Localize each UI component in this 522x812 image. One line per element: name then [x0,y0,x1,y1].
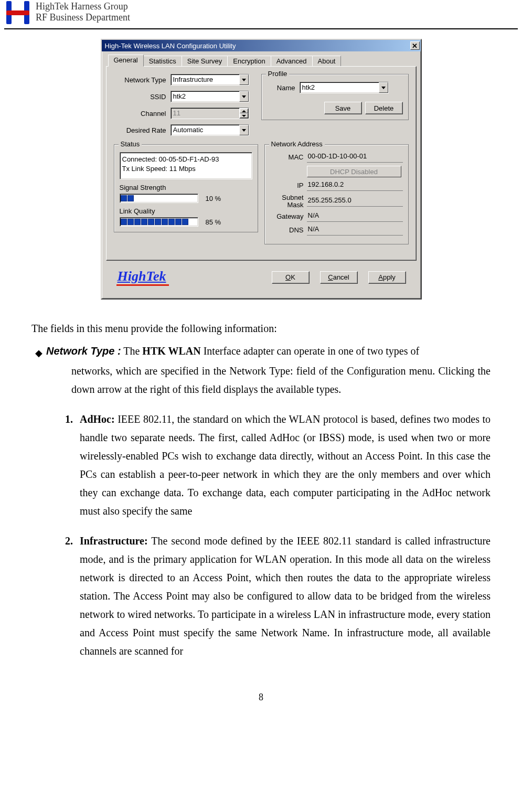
profile-groupbox: Profile Name htk2 Save Delete [261,74,409,120]
spin-buttons [239,108,249,119]
network-type-value: Infrastructure [171,74,239,85]
tab-general[interactable]: General [108,55,144,67]
save-button[interactable]: Save [324,102,362,114]
tab-statistics[interactable]: Statistics [143,56,182,67]
ssid-select[interactable]: htk2 [171,91,249,102]
tab-about[interactable]: About [312,56,342,67]
status-connected: Connected: 00-05-5D-F1-AD-93 [122,155,250,164]
channel-spinner: 11 [171,108,249,119]
network-type-label: Network Type [114,76,166,84]
network-type-select[interactable]: Infrastructure [171,74,249,86]
mac-label: MAC [270,154,304,161]
status-readout: Connected: 00-05-5D-F1-AD-93 Tx Link Spe… [120,152,252,179]
chevron-down-icon[interactable] [379,82,388,93]
dns-label: DNS [270,227,304,234]
link-quality-meter [120,217,198,227]
list-item: 2. Infrastructure: The second mode defin… [65,532,491,660]
tab-advanced[interactable]: Advanced [271,56,313,67]
department-name: RF Business Department [36,12,130,23]
ok-button[interactable]: OK [272,271,310,284]
signal-strength-meter [120,194,198,203]
desired-rate-select[interactable]: Automatic [171,124,249,136]
header-text: HighTek Harness Group RF Business Depart… [36,1,130,23]
dhcp-button: DHCP Disabled [307,166,401,177]
delete-button[interactable]: Delete [365,102,403,114]
status-legend: Status [119,140,142,148]
profile-name-select[interactable]: htk2 [300,82,389,93]
page-header: HighTek Harness Group RF Business Depart… [0,0,522,26]
bullet-network-type: ◆ Network Type : The HTK WLAN Interface … [31,342,491,362]
item-text: IEEE 802.11, the standard on which the W… [80,413,491,517]
network-address-legend: Network Address [269,140,325,148]
channel-label: Channel [114,110,166,117]
item-number: 2. [65,532,80,660]
nt-title: Network Type : [46,345,121,357]
chevron-down-icon[interactable] [239,74,249,85]
page-number: 8 [0,692,522,713]
gateway-value: N/A [307,211,403,222]
profile-name-value: htk2 [300,82,379,93]
close-icon[interactable]: ✕ [410,41,420,50]
item-number: 1. [65,410,80,520]
gateway-label: Gateway [270,213,304,220]
link-quality-label: Link Quality [120,207,252,215]
list-item: 1. AdHoc: IEEE 802.11, the standard on w… [65,410,491,520]
chevron-down-icon[interactable] [239,125,249,135]
status-link-speed: Tx Link Speed: 11 Mbps [122,164,250,174]
apply-button[interactable]: Apply [368,271,406,284]
status-groupbox: Status Connected: 00-05-5D-F1-AD-93 Tx L… [114,144,258,232]
bullet-icon: ◆ [31,342,46,362]
config-dialog: High-Tek Wireless LAN Configuration Util… [101,39,422,300]
company-name: HighTek Harness Group [36,1,130,12]
dns-value: N/A [307,225,403,236]
item-text: The second mode defined by the IEEE 802.… [80,535,491,657]
subnet-value: 255.255.255.0 [307,196,403,207]
ip-value: 192.168.0.2 [307,180,403,191]
brand-logo: HighTek [116,269,169,286]
item-lead: AdHoc: [80,413,115,425]
cancel-button[interactable]: Cancel [320,271,358,284]
dialog-button-bar: HighTek OK Cancel Apply [106,261,417,294]
desired-rate-label: Desired Rate [114,126,166,134]
desired-rate-value: Automatic [171,125,239,135]
chevron-down-icon[interactable] [239,91,249,102]
titlebar: High-Tek Wireless LAN Configuration Util… [102,40,421,51]
tab-strip: General Statistics Site Survey Encryptio… [106,56,417,67]
tab-encryption[interactable]: Encryption [227,56,271,67]
tab-site-survey[interactable]: Site Survey [182,56,228,67]
mac-value: 00-0D-1D-10-00-01 [307,152,403,163]
network-address-groupbox: Network Address MAC 00-0D-1D-10-00-01 DH… [264,144,409,244]
window-title: High-Tek Wireless LAN Configuration Util… [105,42,410,50]
signal-strength-label: Signal Strength [120,184,252,191]
ip-label: IP [270,182,304,189]
ssid-label: SSID [114,93,166,101]
profile-name-label: Name [267,84,295,92]
intro-text: The fields in this menu provide the foll… [31,319,491,338]
document-body: The fields in this menu provide the foll… [0,300,522,660]
header-rule [4,28,518,29]
signal-strength-pct: 10 % [206,195,221,202]
profile-legend: Profile [266,70,290,78]
channel-value: 11 [171,108,239,119]
subnet-label: Subnet Mask [270,194,304,208]
nt-body-rest: networks, which are specified in the Net… [31,362,491,399]
link-quality-pct: 85 % [206,218,221,226]
company-logo [4,1,31,24]
item-lead: Infrastructure: [80,535,148,547]
tab-panel-general: Network Type Infrastructure SSID htk2 [106,66,417,261]
ssid-value: htk2 [171,91,239,102]
